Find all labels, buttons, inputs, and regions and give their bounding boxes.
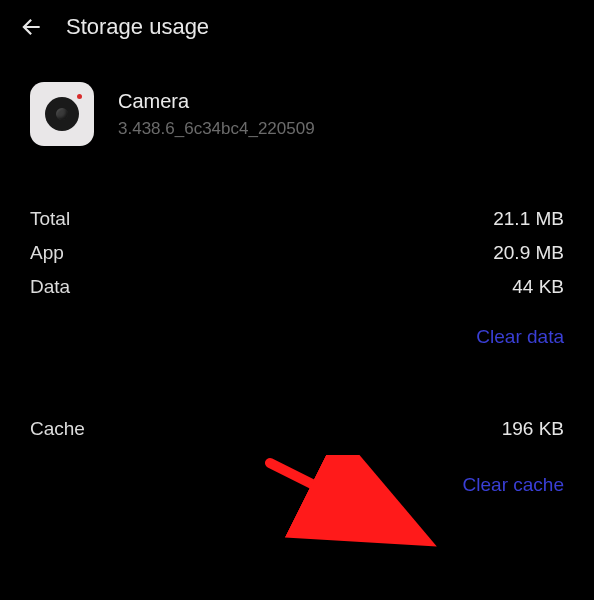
app-size-label: App xyxy=(30,242,64,264)
page-title: Storage usage xyxy=(66,14,209,40)
app-version: 3.438.6_6c34bc4_220509 xyxy=(118,119,315,139)
camera-app-icon xyxy=(30,82,94,146)
app-name: Camera xyxy=(118,90,315,113)
cache-value: 196 KB xyxy=(502,418,564,440)
total-label: Total xyxy=(30,208,70,230)
clear-data-button[interactable]: Clear data xyxy=(476,326,564,348)
app-info: Camera 3.438.6_6c34bc4_220509 xyxy=(0,54,594,154)
row-data: Data 44 KB xyxy=(30,270,564,304)
back-button[interactable] xyxy=(18,14,44,40)
app-size-value: 20.9 MB xyxy=(493,242,564,264)
clear-cache-button[interactable]: Clear cache xyxy=(463,474,564,496)
total-value: 21.1 MB xyxy=(493,208,564,230)
row-total: Total 21.1 MB xyxy=(30,202,564,236)
back-arrow-icon xyxy=(18,14,44,40)
row-app: App 20.9 MB xyxy=(30,236,564,270)
camera-lens-icon xyxy=(45,97,79,131)
data-value: 44 KB xyxy=(512,276,564,298)
camera-indicator-dot xyxy=(77,94,82,99)
data-label: Data xyxy=(30,276,70,298)
cache-label: Cache xyxy=(30,418,85,440)
row-cache: Cache 196 KB xyxy=(30,412,564,446)
